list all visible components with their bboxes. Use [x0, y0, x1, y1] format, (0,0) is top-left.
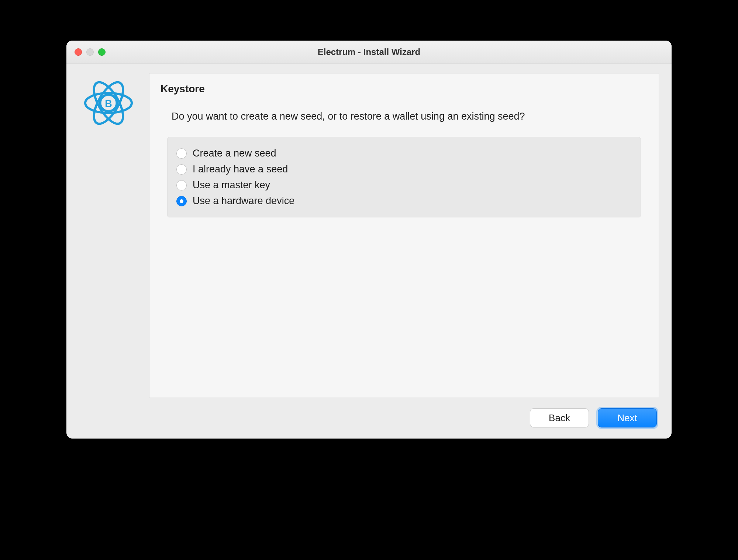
radio-label: I already have a seed [193, 164, 288, 175]
radio-label: Create a new seed [193, 148, 276, 159]
install-wizard-window: Electrum - Install Wizard B [66, 41, 672, 439]
logo-column: B [79, 73, 138, 398]
radio-label: Use a hardware device [193, 195, 294, 207]
radio-icon [176, 164, 187, 175]
panel-heading: Keystore [161, 83, 648, 95]
electrum-logo-icon: B [81, 75, 136, 131]
window-body: B Keystore Do you want to create a new s… [66, 63, 672, 439]
radio-option-use-hardware-device[interactable]: Use a hardware device [176, 193, 632, 209]
radio-option-already-have-seed[interactable]: I already have a seed [176, 161, 632, 177]
wizard-footer: Back Next [79, 408, 659, 427]
traffic-lights [75, 48, 106, 56]
radio-label: Use a master key [193, 179, 270, 191]
radio-option-use-master-key[interactable]: Use a master key [176, 177, 632, 193]
keystore-radio-group: Create a new seed I already have a seed … [167, 137, 641, 217]
next-button[interactable]: Next [598, 408, 657, 427]
window-title: Electrum - Install Wizard [66, 47, 672, 57]
wizard-panel: Keystore Do you want to create a new see… [149, 73, 659, 398]
content-row: B Keystore Do you want to create a new s… [79, 73, 659, 398]
radio-icon [176, 196, 187, 206]
back-button[interactable]: Back [530, 408, 589, 427]
radio-option-create-new-seed[interactable]: Create a new seed [176, 145, 632, 161]
radio-icon [176, 180, 187, 190]
titlebar: Electrum - Install Wizard [66, 41, 672, 63]
minimize-icon[interactable] [86, 48, 94, 56]
svg-text:B: B [105, 98, 112, 109]
close-icon[interactable] [75, 48, 82, 56]
zoom-icon[interactable] [98, 48, 106, 56]
radio-icon [176, 148, 187, 159]
panel-question: Do you want to create a new seed, or to … [172, 110, 563, 123]
